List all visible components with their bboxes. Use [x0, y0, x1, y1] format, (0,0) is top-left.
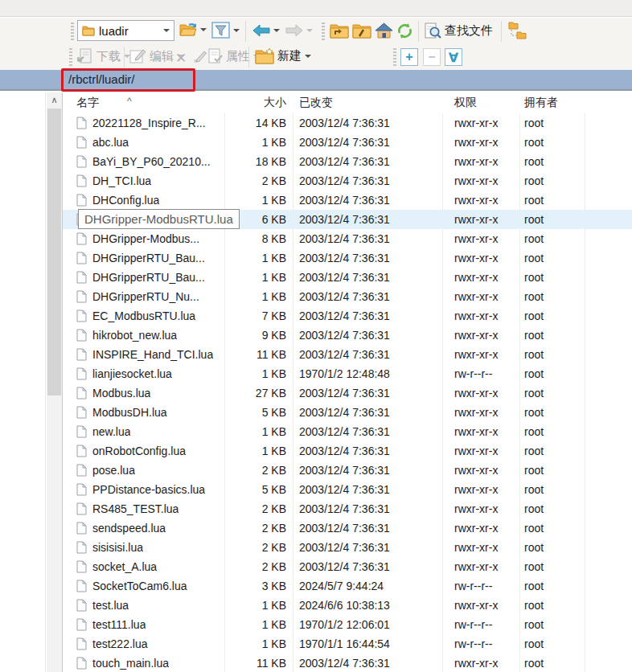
file-permissions: rwxr-xr-x	[454, 326, 498, 345]
chevron-down-icon[interactable]	[200, 28, 207, 31]
file-name[interactable]: DHConfig.lua	[92, 191, 159, 210]
file-changed-date: 2003/12/4 7:36:31	[299, 326, 390, 345]
new-button[interactable]: 新建	[255, 47, 311, 64]
column-header-owner[interactable]: 拥有者	[524, 96, 558, 110]
file-row[interactable]: abc.lua 1 KB 2003/12/4 7:36:31 rwxr-xr-x…	[63, 133, 632, 152]
home-directory-button[interactable]	[375, 23, 393, 39]
file-row[interactable]: PPDistance-basics.lua 5 KB 2003/12/4 7:3…	[63, 480, 632, 499]
forward-button[interactable]	[285, 24, 313, 37]
file-name[interactable]: ModbusDH.lua	[92, 403, 167, 422]
file-row[interactable]: sisisisi.lua 2 KB 2003/12/4 7:36:31 rwxr…	[63, 538, 632, 557]
toolbar-separator	[418, 21, 419, 42]
plus-icon[interactable]: +	[400, 48, 418, 66]
file-name[interactable]: socket_A.lua	[92, 557, 157, 576]
chevron-down-icon[interactable]	[305, 55, 311, 58]
file-name[interactable]: test.lua	[92, 596, 129, 615]
file-changed-date: 2003/12/4 7:36:31	[299, 499, 390, 518]
file-name[interactable]: test222.lua	[92, 634, 148, 654]
file-name[interactable]: Modbus.lua	[92, 383, 150, 403]
file-row[interactable]: ModbusDH.lua 5 KB 2003/12/4 7:36:31 rwxr…	[63, 403, 632, 422]
file-name[interactable]: abc.lua	[92, 133, 129, 152]
file-row[interactable]: Modbus.lua 27 KB 2003/12/4 7:36:31 rwxr-…	[63, 383, 632, 403]
file-changed-date: 2003/12/4 7:36:31	[299, 403, 390, 422]
scroll-up-icon[interactable]: ∧	[47, 92, 62, 107]
vertical-scrollbar[interactable]: ∧	[47, 92, 62, 672]
back-button[interactable]	[252, 24, 280, 37]
file-row[interactable]: pose.lua 2 KB 2003/12/4 7:36:31 rwxr-xr-…	[63, 461, 632, 480]
file-row[interactable]: touch_main.lua 11 KB 2003/12/4 7:36:31 r…	[63, 654, 632, 672]
file-name[interactable]: DH_TCI.lua	[92, 171, 151, 191]
file-row[interactable]: lianjiesocket.lua 1 KB 1970/1/2 12:48:48…	[63, 364, 632, 383]
new-label[interactable]: 新建	[277, 48, 302, 64]
root-directory-button[interactable]	[352, 23, 371, 39]
file-row[interactable]: 20221128_Inspire_R... 14 KB 2003/12/4 7:…	[63, 113, 632, 133]
find-files-button[interactable]: 查找文件	[425, 23, 493, 39]
column-header-name[interactable]: 名字	[76, 96, 99, 110]
file-row[interactable]: INSPIRE_Hand_TCI.lua 11 KB 2003/12/4 7:3…	[63, 345, 632, 364]
file-owner: root	[524, 306, 544, 326]
file-row[interactable]: onRobotConfig.lua 1 KB 2003/12/4 7:36:31…	[63, 441, 632, 461]
file-row[interactable]: DHConfig.lua 1 KB 2003/12/4 7:36:31 rwxr…	[63, 191, 632, 210]
file-row[interactable]: hikrobot_new.lua 9 KB 2003/12/4 7:36:31 …	[63, 326, 632, 345]
chevron-down-icon[interactable]	[163, 29, 170, 32]
file-changed-date: 1970/1/2 12:06:01	[299, 615, 390, 634]
file-row[interactable]: DH_TCI.lua 2 KB 2003/12/4 7:36:31 rwxr-x…	[63, 171, 632, 191]
file-row[interactable]: DHGripper-Modbus... 8 KB 2003/12/4 7:36:…	[63, 229, 632, 248]
file-row[interactable]: test222.lua 1 KB 1970/1/1 16:44:54 rw-r-…	[63, 634, 632, 654]
scrollbar-thumb[interactable]	[47, 109, 61, 395]
toolbar-grip[interactable]	[69, 48, 72, 66]
file-size: 2 KB	[159, 518, 286, 538]
find-files-label[interactable]: 查找文件	[445, 23, 493, 39]
file-changed-date: 2003/12/4 7:36:31	[299, 210, 390, 229]
file-name[interactable]: test111.lua	[92, 615, 146, 634]
file-changed-date: 2003/12/4 7:36:31	[299, 306, 390, 326]
column-header-changed[interactable]: 已改变	[299, 96, 333, 110]
file-row[interactable]: BaYi_BY_P60_20210... 18 KB 2003/12/4 7:3…	[63, 152, 632, 171]
file-permissions: rwxr-xr-x	[454, 345, 498, 364]
select-filter-button[interactable]: ∀	[445, 48, 462, 66]
file-permissions: rwxr-xr-x	[454, 422, 498, 441]
file-row[interactable]: DHGripperRTU_Bau... 1 KB 2003/12/4 7:36:…	[63, 268, 632, 287]
file-row[interactable]: RS485_TEST.lua 2 KB 2003/12/4 7:36:31 rw…	[63, 499, 632, 518]
toolbar-grip[interactable]	[322, 23, 325, 40]
add-bookmark-button[interactable]: +	[400, 48, 418, 66]
file-row[interactable]: DHGripperRTU_Bau... 1 KB 2003/12/4 7:36:…	[63, 248, 632, 268]
file-row[interactable]: DHGripperRTU_Nu... 1 KB 2003/12/4 7:36:3…	[63, 287, 632, 306]
file-name[interactable]: new.lua	[92, 422, 130, 441]
parent-directory-button[interactable]	[330, 23, 349, 39]
refresh-button[interactable]	[396, 23, 413, 39]
file-name[interactable]: sisisisi.lua	[92, 538, 143, 557]
download-button: 下载	[76, 48, 130, 64]
toolbar-grip[interactable]	[393, 48, 396, 66]
file-name[interactable]: touch_main.lua	[92, 654, 169, 672]
file-row[interactable]: new.lua 1 KB 2003/12/4 7:36:31 rwxr-xr-x…	[63, 422, 632, 441]
file-row[interactable]: SocketToCam6.lua 3 KB 2024/5/7 9:44:24 r…	[63, 576, 632, 596]
column-header-size[interactable]: 大小	[159, 96, 286, 110]
toolbar-grip[interactable]	[71, 23, 74, 40]
column-header-rights[interactable]: 权限	[454, 96, 477, 110]
file-rows: 20221128_Inspire_R... 14 KB 2003/12/4 7:…	[63, 113, 632, 672]
file-row[interactable]: test111.lua 1 KB 1970/1/2 12:06:01 rw-r-…	[63, 615, 632, 634]
file-name[interactable]: pose.lua	[92, 461, 135, 480]
edit-pencil-icon	[129, 48, 146, 64]
file-icon	[76, 541, 87, 554]
chevron-down-icon[interactable]	[233, 29, 240, 32]
file-owner: root	[524, 326, 544, 345]
chevron-down-icon[interactable]	[273, 29, 280, 32]
open-directory-button[interactable]	[179, 23, 207, 37]
directory-tree-button[interactable]	[508, 22, 527, 39]
remote-path-combobox[interactable]: luadir	[77, 20, 174, 41]
file-name[interactable]: sendspeed.lua	[92, 518, 166, 538]
select-filter-icon[interactable]: ∀	[445, 48, 462, 66]
toolbar-separator	[245, 21, 246, 42]
file-changed-date: 2003/12/4 7:36:31	[299, 480, 390, 499]
file-owner: root	[524, 480, 544, 499]
file-row[interactable]: EC_ModbusRTU.lua 7 KB 2003/12/4 7:36:31 …	[63, 306, 632, 326]
file-size: 1 KB	[159, 422, 286, 441]
file-row[interactable]: socket_A.lua 2 KB 2003/12/4 7:36:31 rwxr…	[63, 557, 632, 576]
file-row[interactable]: sendspeed.lua 2 KB 2003/12/4 7:36:31 rwx…	[63, 518, 632, 538]
file-row[interactable]: test.lua 1 KB 2024/6/6 10:38:13 rwxr-xr-…	[63, 596, 632, 615]
filter-button[interactable]	[211, 22, 240, 39]
remote-path-combobox-value[interactable]: luadir	[99, 24, 163, 38]
file-permissions: rwxr-xr-x	[454, 248, 498, 268]
